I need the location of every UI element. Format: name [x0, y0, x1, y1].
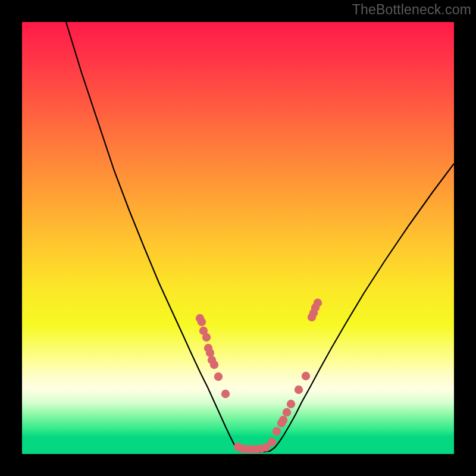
data-dots-group: [196, 299, 322, 453]
data-dot: [268, 438, 276, 446]
data-dot: [295, 386, 303, 394]
data-dot: [214, 372, 223, 381]
chart-plot-area: [22, 22, 454, 454]
watermark-text: TheBottleneck.com: [352, 2, 471, 18]
data-dot: [202, 333, 211, 342]
data-dot: [283, 408, 291, 416]
data-dot: [221, 390, 230, 398]
image-frame: TheBottleneck.com: [0, 0, 476, 476]
data-dot: [273, 427, 281, 436]
curve-line: [66, 22, 454, 452]
data-dot: [279, 416, 287, 424]
bottleneck-curve: [22, 22, 454, 454]
data-dot: [302, 372, 310, 380]
data-dot: [314, 299, 322, 307]
data-dot: [210, 361, 218, 369]
data-dot: [206, 349, 214, 357]
data-dot: [198, 318, 206, 326]
data-dot: [287, 400, 295, 408]
